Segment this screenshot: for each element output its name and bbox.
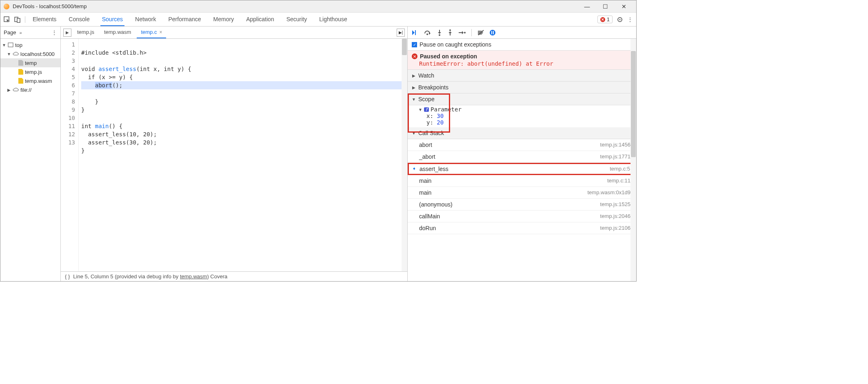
tree-file-tempjs[interactable]: temp.js — [0, 67, 60, 76]
navigator-more-icon[interactable]: » — [19, 30, 22, 35]
tree-host[interactable]: ▼localhost:5000 — [0, 49, 60, 58]
svg-rect-14 — [493, 31, 494, 34]
code-editor[interactable]: 12345678910111213 #include <stdlib.h> vo… — [61, 39, 407, 271]
cloud-icon — [13, 51, 19, 56]
svg-point-9 — [449, 29, 451, 31]
stack-frame[interactable]: callMaintemp.js:2046 — [408, 211, 636, 222]
file-icon — [18, 78, 23, 84]
stack-frame[interactable]: maintemp.c:11 — [408, 175, 636, 187]
svg-point-4 — [619, 19, 621, 20]
stack-frame[interactable]: (anonymous)temp.js:1525 — [408, 199, 636, 211]
stack-frame[interactable]: doRuntemp.js:2106 — [408, 222, 636, 234]
tree-file-temp[interactable]: temp — [0, 58, 60, 67]
stack-frame-current[interactable]: assert_lesstemp.c:5 — [408, 163, 636, 175]
debugger-pane: ✓ Pause on caught exceptions ✕ Paused on… — [408, 27, 636, 281]
call-stack-section[interactable]: ▼Call Stack — [408, 127, 636, 139]
navigator-header: Page » ⋮ — [0, 27, 60, 39]
file-icon — [18, 60, 23, 66]
titlebar: DevTools - localhost:5000/temp — ☐ ✕ — [0, 0, 636, 13]
page-tab-label[interactable]: Page — [4, 29, 16, 36]
editor-scrollbar[interactable] — [402, 39, 407, 271]
show-debugger-icon[interactable]: ▶| — [397, 29, 405, 37]
cloud-icon — [13, 87, 19, 92]
svg-rect-5 — [8, 43, 13, 47]
inspect-element-icon[interactable] — [4, 16, 10, 23]
error-badge[interactable]: ✕ 1 — [597, 16, 613, 23]
content-area: Page » ⋮ ▼top ▼localhost:5000 temp temp.… — [0, 27, 636, 281]
tab-performance[interactable]: Performance — [166, 13, 202, 26]
svg-point-7 — [426, 33, 428, 35]
maximize-button[interactable]: ☐ — [596, 1, 615, 12]
gutter: 12345678910111213 — [61, 39, 79, 271]
error-count: 1 — [607, 16, 610, 22]
debugger-toolbar — [408, 27, 636, 39]
stack-frame[interactable]: _aborttemp.js:1771 — [408, 151, 636, 163]
minimize-button[interactable]: — — [578, 1, 596, 12]
watch-section[interactable]: ▶Watch — [408, 70, 636, 82]
debugger-body: ✓ Pause on caught exceptions ✕ Paused on… — [408, 39, 636, 281]
tree-file-scheme[interactable]: ▶file:// — [0, 85, 60, 94]
scope-var-y: y: 20 — [426, 119, 632, 126]
svg-point-8 — [439, 34, 440, 36]
error-icon: ✕ — [600, 17, 605, 22]
svg-rect-2 — [17, 18, 20, 22]
exception-block: ✕ Paused on exception RuntimeError: abor… — [408, 51, 636, 70]
more-menu-icon[interactable]: ⋮ — [627, 16, 633, 23]
step-into-icon[interactable] — [437, 29, 442, 36]
deactivate-breakpoints-icon[interactable] — [477, 30, 484, 36]
tab-application[interactable]: Application — [244, 13, 276, 26]
pause-exceptions-icon[interactable] — [490, 30, 495, 36]
breakpoints-section[interactable]: ▶Breakpoints — [408, 82, 636, 93]
code-content: #include <stdlib.h> void assert_less(int… — [79, 39, 407, 271]
tab-security[interactable]: Security — [285, 13, 309, 26]
navigator-menu-icon[interactable]: ⋮ — [51, 29, 57, 36]
scope-section[interactable]: ▼Scope — [408, 93, 636, 105]
pause-on-exceptions-checkbox[interactable]: ✓ — [412, 42, 417, 47]
editor-pane: ▶ temp.js temp.wasm temp.c× ▶| 123456789… — [61, 27, 408, 281]
file-tab-tempjs[interactable]: temp.js — [73, 27, 98, 38]
parameter-group[interactable]: ▼fParameter — [418, 106, 632, 113]
file-tab-tempwasm[interactable]: temp.wasm — [100, 27, 135, 38]
window-title: DevTools - localhost:5000/temp — [13, 3, 578, 9]
pretty-print-icon[interactable]: { } — [65, 273, 70, 280]
stack-frame[interactable]: maintemp.wasm:0x1d9 — [408, 187, 636, 199]
navigator-sidebar: Page » ⋮ ▼top ▼localhost:5000 temp temp.… — [0, 27, 61, 281]
error-icon: ✕ — [412, 53, 417, 59]
svg-rect-6 — [415, 30, 416, 35]
tab-network[interactable]: Network — [133, 13, 158, 26]
step-out-icon[interactable] — [448, 29, 453, 36]
svg-point-12 — [490, 30, 495, 36]
debugger-scrollbar[interactable] — [630, 39, 636, 281]
tab-lighthouse[interactable]: Lighthouse — [317, 13, 349, 26]
app-icon — [4, 4, 9, 9]
step-icon[interactable] — [458, 30, 466, 35]
status-bar: { } Line 5, Column 5 (provided via debug… — [61, 271, 407, 281]
file-icon — [18, 69, 23, 75]
close-button[interactable]: ✕ — [615, 1, 633, 12]
tree-top[interactable]: ▼top — [0, 40, 60, 49]
file-tree: ▼top ▼localhost:5000 temp temp.js temp.w… — [0, 39, 60, 96]
status-source-link[interactable]: temp.wasm — [180, 273, 207, 280]
devtools-window: DevTools - localhost:5000/temp — ☐ ✕ Ele… — [0, 0, 637, 282]
pause-on-exceptions-row[interactable]: ✓ Pause on caught exceptions — [408, 39, 636, 51]
tree-file-tempwasm[interactable]: temp.wasm — [0, 76, 60, 85]
file-tabs: ▶ temp.js temp.wasm temp.c× ▶| — [61, 27, 407, 39]
step-over-icon[interactable] — [424, 30, 431, 36]
tab-memory[interactable]: Memory — [212, 13, 236, 26]
resume-icon[interactable] — [412, 30, 418, 36]
function-badge-icon: f — [424, 107, 429, 112]
svg-point-10 — [464, 32, 466, 33]
settings-gear-icon[interactable] — [617, 16, 623, 23]
stack-frame[interactable]: aborttemp.js:1456 — [408, 139, 636, 151]
main-toolbar: Elements Console Sources Network Perform… — [0, 13, 636, 27]
file-tab-tempc[interactable]: temp.c× — [137, 27, 166, 38]
frame-icon — [8, 42, 13, 47]
scope-var-x: x: 30 — [426, 113, 632, 119]
svg-rect-13 — [491, 31, 492, 34]
tab-elements[interactable]: Elements — [31, 13, 58, 26]
close-tab-icon[interactable]: × — [159, 29, 162, 35]
device-toggle-icon[interactable] — [14, 16, 21, 23]
tab-sources[interactable]: Sources — [100, 13, 124, 26]
tab-console[interactable]: Console — [67, 13, 91, 26]
show-navigator-icon[interactable]: ▶ — [63, 29, 71, 37]
